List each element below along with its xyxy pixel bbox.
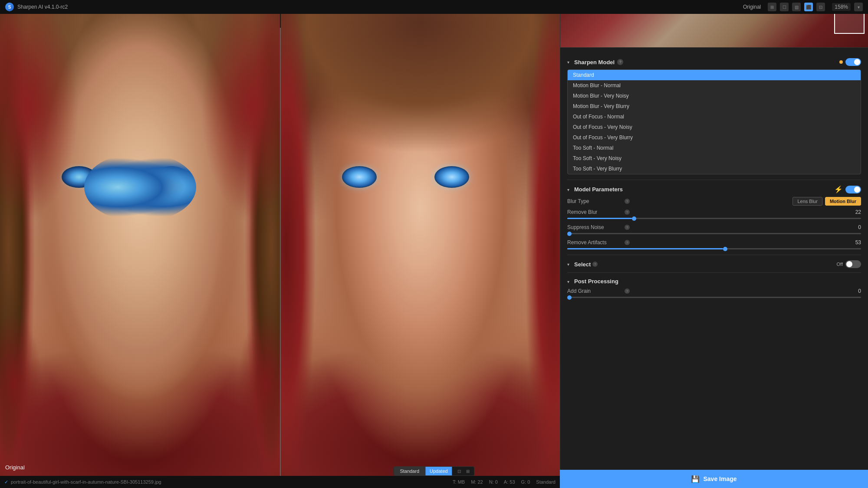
remove-artifacts-fill	[567, 248, 723, 249]
comparison-icon-1[interactable]: ⊡	[455, 467, 463, 475]
add-grain-value: 0	[851, 288, 861, 294]
add-grain-row: Add Grain ? 0	[567, 288, 861, 294]
remove-artifacts-row: Remove Artifacts ? 53	[567, 239, 861, 246]
save-icon: 💾	[691, 475, 700, 483]
suppress-noise-value: 0	[851, 224, 861, 230]
suppress-noise-help-icon[interactable]: ?	[625, 225, 630, 230]
remove-artifacts-track[interactable]	[567, 248, 861, 249]
suppress-noise-track[interactable]	[567, 233, 861, 234]
add-grain-thumb[interactable]	[567, 295, 572, 300]
section-divider-3	[567, 272, 861, 273]
status-info-group: T: MB M: 22 N: 0 A: 53 G: 0 Standard	[453, 479, 556, 485]
remove-artifacts-label: Remove Artifacts	[567, 239, 619, 246]
model-option-too-soft-very-blurry[interactable]: Too Soft - Very Blurry	[568, 164, 861, 174]
model-parameters-toggle-group: ⚡	[834, 185, 861, 193]
blur-type-section: Blur Type ? Lens Blur Motion Blur	[567, 197, 861, 206]
original-label: Original	[743, 4, 761, 10]
post-processing-header: ▾ Post Processing	[567, 278, 861, 285]
save-button[interactable]: 💾 Save Image	[560, 470, 868, 488]
comparison-standard-button[interactable]: Standard	[394, 467, 425, 475]
select-section-title: Select	[574, 261, 591, 268]
remove-blur-row: Remove Blur ? 22	[567, 209, 861, 215]
grid-2x2-icon[interactable]: ⊞	[768, 3, 776, 11]
grid-side-icon[interactable]: ▥	[792, 3, 801, 11]
section-divider-1	[567, 180, 861, 180]
remove-blur-fill	[567, 218, 632, 219]
grid-single-icon[interactable]: ☐	[780, 3, 789, 11]
add-grain-track[interactable]	[567, 297, 861, 298]
add-grain-label: Add Grain	[567, 288, 619, 294]
grid-compare-icon[interactable]: ⬛	[804, 3, 813, 11]
original-label: Original	[5, 464, 25, 471]
status-g: G: 0	[521, 479, 530, 485]
right-eye-right	[434, 166, 469, 188]
model-parameters-title: Model Parameters	[574, 186, 623, 193]
model-option-motion-blur-normal[interactable]: Motion Blur - Normal	[568, 80, 861, 91]
original-image-panel: Original	[0, 14, 280, 476]
suppress-noise-row: Suppress Noise ? 0	[567, 224, 861, 230]
status-n: N: 0	[489, 479, 498, 485]
model-option-standard[interactable]: Standard	[568, 70, 861, 80]
model-option-out-of-focus-normal[interactable]: Out of Focus - Normal	[568, 111, 861, 122]
select-toggle-label: Off	[837, 262, 843, 267]
blur-type-buttons: Lens Blur Motion Blur	[792, 197, 861, 206]
left-eye-left	[62, 166, 96, 188]
status-filename: portrait-of-beautiful-girl-with-scarf-in…	[11, 479, 161, 485]
status-check-icon: ✓	[4, 479, 8, 485]
lens-blur-button[interactable]: Lens Blur	[792, 197, 822, 206]
comparison-icons: ⊡ ⊞	[452, 467, 474, 475]
right-panel: ▾ Sharpen Model ? Standard Motion Blur -…	[560, 0, 868, 488]
suppress-noise-thumb[interactable]	[567, 232, 572, 236]
sharpen-model-help-icon[interactable]: ?	[617, 59, 623, 65]
model-parameters-toggle[interactable]	[845, 186, 861, 193]
post-processing-title: Post Processing	[574, 278, 618, 285]
panel-content: ▾ Sharpen Model ? Standard Motion Blur -…	[560, 48, 868, 488]
image-statusbar: ✓ portrait-of-beautiful-girl-with-scarf-…	[0, 476, 560, 488]
post-processing-collapse-icon[interactable]: ▾	[567, 279, 572, 284]
remove-artifacts-value: 53	[851, 239, 861, 246]
remove-blur-help-icon[interactable]: ?	[625, 210, 630, 215]
add-grain-help-icon[interactable]: ?	[625, 288, 630, 294]
app-title: Sharpen AI v4.1.0-rc2	[17, 4, 68, 10]
model-option-too-soft-very-noisy[interactable]: Too Soft - Very Noisy	[568, 153, 861, 164]
updated-image-bg	[281, 14, 560, 476]
motion-blur-button[interactable]: Motion Blur	[825, 197, 861, 206]
remove-blur-value: 22	[851, 209, 861, 215]
sharpen-model-title: Sharpen Model	[574, 59, 615, 66]
select-toggle-group: Off	[837, 260, 861, 268]
suppress-noise-container: Suppress Noise ? 0	[567, 224, 861, 234]
remove-blur-label: Remove Blur	[567, 209, 619, 215]
blur-type-help-icon[interactable]: ?	[625, 199, 630, 204]
comparison-icon-2[interactable]: ⊞	[464, 467, 472, 475]
remove-blur-track[interactable]	[567, 218, 861, 219]
remove-artifacts-help-icon[interactable]: ?	[625, 240, 630, 245]
toolbar-icons: ⊞ ☐ ▥ ⬛ ⊡ 158% ▾	[768, 3, 863, 11]
sharpen-model-toggle-group	[839, 58, 861, 66]
model-option-too-soft-normal[interactable]: Too Soft - Normal	[568, 143, 861, 153]
zoom-display[interactable]: 158%	[832, 3, 851, 11]
model-option-out-of-focus-very-blurry[interactable]: Out of Focus - Very Blurry	[568, 132, 861, 143]
model-option-out-of-focus-very-noisy[interactable]: Out of Focus - Very Noisy	[568, 122, 861, 132]
remove-blur-thumb[interactable]	[632, 216, 636, 221]
select-toggle[interactable]	[845, 260, 861, 268]
sharpen-model-collapse-icon[interactable]: ▾	[567, 60, 572, 64]
save-button-label: Save Image	[703, 475, 736, 482]
model-option-motion-blur-very-blurry[interactable]: Motion Blur - Very Blurry	[568, 101, 861, 111]
model-parameters-collapse-icon[interactable]: ▾	[567, 187, 572, 192]
model-option-motion-blur-very-noisy[interactable]: Motion Blur - Very Noisy	[568, 91, 861, 101]
add-grain-container: Add Grain ? 0	[567, 288, 861, 298]
select-help-icon[interactable]: ?	[592, 262, 598, 267]
select-collapse-icon[interactable]: ▾	[567, 262, 572, 266]
section-divider-2	[567, 255, 861, 255]
model-dropdown: Standard Motion Blur - Normal Motion Blu…	[567, 69, 861, 174]
main-image-area: Original	[0, 14, 560, 488]
remove-artifacts-thumb[interactable]	[723, 247, 727, 251]
status-type: T: MB	[453, 479, 465, 485]
zoom-dropdown-icon[interactable]: ▾	[854, 3, 863, 11]
lightning-icon: ⚡	[834, 185, 843, 193]
blur-type-label: Blur Type	[567, 198, 619, 204]
app-icon: S	[5, 3, 14, 11]
sharpen-model-toggle[interactable]	[845, 58, 861, 66]
status-model: Standard	[536, 479, 556, 485]
image-view-icon[interactable]: ⊡	[816, 3, 825, 11]
